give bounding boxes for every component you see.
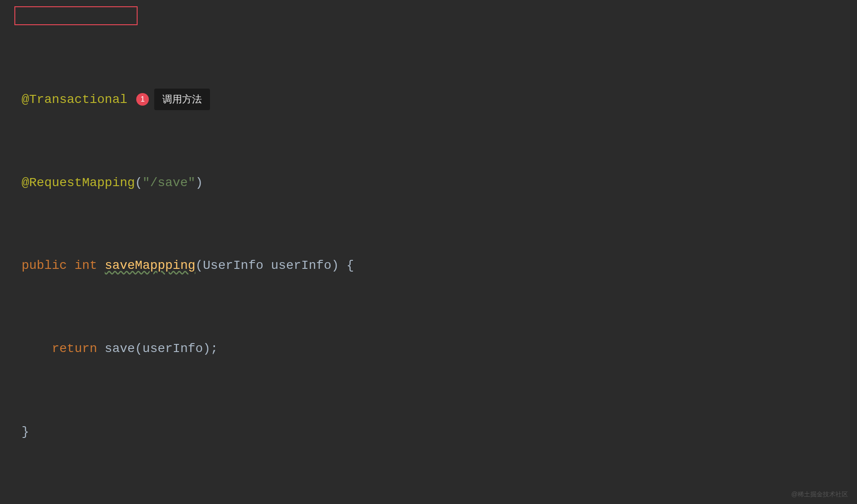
- paren: (: [135, 176, 143, 190]
- annotation-transactional: @Transactional: [22, 92, 127, 106]
- indent: [22, 342, 52, 356]
- params: (UserInfo userInfo) {: [196, 259, 354, 272]
- code-line[interactable]: }: [0, 422, 857, 442]
- tooltip-caller: 调用方法: [154, 89, 210, 110]
- keyword-public: public: [22, 259, 67, 272]
- code-line[interactable]: return save(userInfo);: [0, 339, 857, 359]
- annotation-requestmapping: @RequestMapping: [22, 176, 135, 190]
- string-literal: "/save": [143, 176, 196, 190]
- code-editor[interactable]: @Transactional1调用方法 @RequestMapping("/sa…: [0, 5, 857, 504]
- code-line[interactable]: public int saveMappping(UserInfo userInf…: [0, 255, 857, 276]
- badge-1: 1: [136, 93, 149, 106]
- code-line[interactable]: @Transactional1调用方法: [0, 89, 857, 110]
- call: save(userInfo);: [97, 342, 218, 356]
- brace: }: [22, 425, 29, 439]
- highlight-box: [14, 6, 138, 25]
- keyword-return: return: [52, 342, 97, 356]
- watermark: @稀土掘金技术社区: [791, 489, 848, 500]
- code-line[interactable]: @RequestMapping("/save"): [0, 173, 857, 193]
- method-saveMappping: saveMappping: [105, 259, 196, 272]
- paren: ): [195, 176, 203, 190]
- keyword-int: int: [75, 259, 97, 272]
